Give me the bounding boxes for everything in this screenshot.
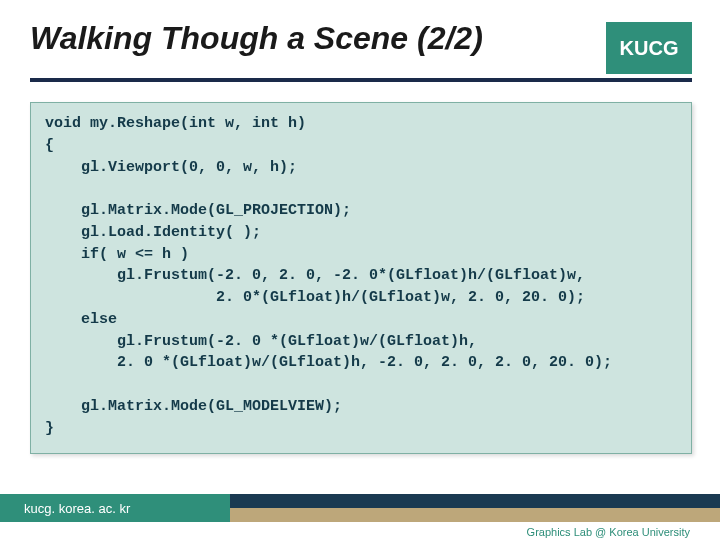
title-divider [30, 78, 692, 82]
page-title: Walking Though a Scene (2/2) [30, 20, 483, 57]
brand-badge: KUCG [606, 22, 692, 74]
footer-right-text: Graphics Lab @ Korea University [527, 526, 690, 538]
code-block: void my.Reshape(int w, int h) { gl.Viewp… [30, 102, 692, 454]
slide: Walking Though a Scene (2/2) KUCG void m… [0, 0, 720, 540]
footer-left: kucg. korea. ac. kr [0, 494, 230, 522]
footer-rule-light [230, 508, 720, 522]
footer-rule-dark [230, 494, 720, 508]
footer-left-text: kucg. korea. ac. kr [24, 501, 130, 516]
